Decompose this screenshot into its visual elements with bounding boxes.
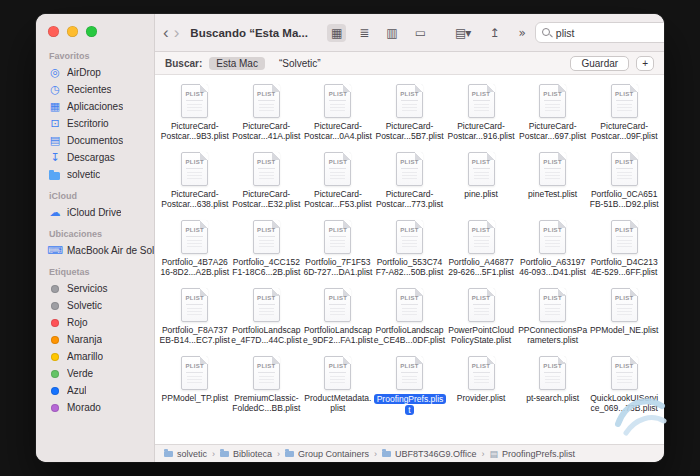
path-separator: › [481, 449, 484, 459]
scope-this-mac[interactable]: Esta Mac [209, 57, 265, 70]
file-item[interactable]: PLIST PictureCard-Postcar...41A.plist [231, 82, 303, 150]
doc-preview-lines [402, 376, 417, 385]
file-item[interactable]: PLIST PortfolioLandscape_9DF2...FA1.plis… [302, 286, 374, 354]
sidebar-item-amarillo[interactable]: Amarillo [36, 348, 154, 365]
file-item[interactable]: PLIST Portfolio_D4C2134E-529...6FF.plist [588, 218, 660, 286]
file-item[interactable]: PLIST Portfolio_7F1F536D-727...DA1.plist [302, 218, 374, 286]
doc-preview-lines [187, 240, 202, 249]
sidebar-item-solvetic[interactable]: solvetic [36, 166, 154, 183]
columns-view-icon[interactable] [382, 24, 401, 42]
sidebar-item-recientes[interactable]: Recientes [36, 81, 154, 98]
sidebar-item-verde[interactable]: Verde [36, 365, 154, 382]
sidebar-item-macbook-air-de-sol[interactable]: MacBook Air de Sol... [36, 242, 154, 259]
sidebar-item-azul[interactable]: Azul [36, 382, 154, 399]
toolbar-actions [451, 24, 530, 42]
file-item[interactable]: PLIST Portfolio_A4687729-626...5F1.plist [445, 218, 517, 286]
file-item[interactable]: PLIST PictureCard-Postcar...9B3.plist [159, 82, 231, 150]
file-item[interactable]: PLIST PortfolioLandscape_4F7D...44C.plis… [231, 286, 303, 354]
doc-divider [544, 236, 561, 237]
doc-divider [329, 100, 346, 101]
gallery-view-icon[interactable] [411, 24, 430, 42]
file-item[interactable]: PLIST PPConnectionsParameters.plist [517, 286, 589, 354]
sidebar-item-rojo[interactable]: Rojo [36, 314, 154, 331]
file-item[interactable]: PLIST PictureCard-Postcar...916.plist [445, 82, 517, 150]
file-item[interactable]: PLIST Portfolio_553C74F7-A82...50B.plist [374, 218, 446, 286]
path-item[interactable]: ProofingPrefs.plist [489, 449, 575, 459]
list-view-icon[interactable] [355, 24, 373, 42]
zoom-button[interactable] [86, 26, 97, 37]
sidebar-item-solvetic[interactable]: Solvetic [36, 297, 154, 314]
sidebar-item-icloud-drive[interactable]: iCloud Drive [36, 204, 154, 221]
file-type-badge: PLIST [469, 295, 494, 301]
file-item[interactable]: PLIST pt-search.plist [517, 354, 589, 422]
plist-file-icon: PLIST [539, 356, 566, 390]
file-item[interactable]: PLIST Portfolio_F8A737EB-B14...EC7.plist [159, 286, 231, 354]
minimize-button[interactable] [67, 26, 78, 37]
save-button[interactable]: Guardar [570, 56, 629, 71]
window-controls [36, 26, 154, 37]
add-scope-button[interactable]: + [636, 56, 654, 71]
doc-divider [186, 304, 203, 305]
doc-preview-lines [330, 376, 345, 385]
back-button[interactable]: ‹ [163, 24, 169, 41]
sidebar-item-morado[interactable]: Morado [36, 399, 154, 416]
file-item[interactable]: PLIST Portfolio_4B7A2616-8D2...A2B.plist [159, 218, 231, 286]
file-item[interactable]: PLIST Provider.plist [445, 354, 517, 422]
file-item[interactable]: PLIST PPModel_TP.plist [159, 354, 231, 422]
view-mode-buttons [327, 24, 430, 42]
search-input[interactable]: plist [556, 27, 662, 39]
plist-file-icon: PLIST [324, 356, 351, 390]
forward-button[interactable]: › [174, 24, 180, 41]
file-item[interactable]: PLIST PictureCard-Postcar...E32.plist [231, 150, 303, 218]
grid-view-icon[interactable] [327, 24, 346, 42]
sidebar-item-documentos[interactable]: Documentos [36, 132, 154, 149]
doc-divider [473, 168, 490, 169]
file-item[interactable]: PLIST PowerPointCloudPolicyState.plist [445, 286, 517, 354]
sidebar-item-label: iCloud Drive [67, 207, 121, 218]
sidebar-item-naranja[interactable]: Naranja [36, 331, 154, 348]
file-item[interactable]: PLIST Portfolio_0CA651FB-51B...D92.plist [588, 150, 660, 218]
file-item[interactable]: PLIST PictureCard-Postcar...F53.plist [302, 150, 374, 218]
plist-file-icon: PLIST [324, 288, 351, 322]
sidebar-item-descargas[interactable]: Descargas [36, 149, 154, 166]
path-item[interactable]: Group Containers [285, 449, 369, 459]
file-item[interactable]: PLIST PictureCard-Postcar...773.plist [374, 150, 446, 218]
file-item[interactable]: PLIST PPModel_NE.plist [588, 286, 660, 354]
file-item[interactable]: PLIST pineTest.plist [517, 150, 589, 218]
file-item[interactable]: PLIST PictureCard-Postcar...09F.plist [588, 82, 660, 150]
file-type-badge: PLIST [540, 91, 565, 97]
path-item[interactable]: UBF8T346G9.Office [382, 449, 476, 459]
sidebar-item-aplicaciones[interactable]: Aplicaciones [36, 98, 154, 115]
share-icon[interactable] [485, 24, 503, 42]
doc-divider [258, 168, 275, 169]
file-item[interactable]: PLIST Portfolio_4CC152F1-18C6...2B.plist [231, 218, 303, 286]
plist-file-icon: PLIST [324, 84, 351, 118]
close-button[interactable] [48, 26, 59, 37]
path-item-label: Group Containers [298, 449, 369, 459]
tag-icon [51, 387, 59, 395]
overflow-chevron-icon[interactable] [514, 24, 529, 42]
file-item[interactable]: PLIST PictureCard-Postcar...0A4.plist [302, 82, 374, 150]
group-icon[interactable] [451, 24, 474, 42]
file-grid: PLIST PictureCard-Postcar...9B3.plist PL… [155, 75, 664, 444]
plist-file-icon: PLIST [181, 84, 208, 118]
path-item[interactable]: solvetic [164, 449, 207, 459]
file-item[interactable]: PLIST PictureCard-Postcar...5B7.plist [374, 82, 446, 150]
file-item[interactable]: PLIST pine.plist [445, 150, 517, 218]
sidebar-item-airdrop[interactable]: AirDrop [36, 64, 154, 81]
file-item[interactable]: PLIST ProofingPrefs.plist [374, 354, 446, 422]
file-item[interactable]: PLIST ProductMetadata.plist [302, 354, 374, 422]
file-item[interactable]: PLIST PictureCard-Postcar...638.plist [159, 150, 231, 218]
doc-divider [329, 236, 346, 237]
file-type-badge: PLIST [182, 227, 207, 233]
file-item[interactable]: PLIST PremiumClassic-FoldedC...BB.plist [231, 354, 303, 422]
file-item[interactable]: PLIST PortfolioLandscape_CE4B...0DF.plis… [374, 286, 446, 354]
file-item[interactable]: PLIST PictureCard-Postcar...697.plist [517, 82, 589, 150]
path-item[interactable]: Biblioteca [220, 449, 272, 459]
search-field[interactable]: plist [535, 22, 664, 43]
sidebar-item-escritorio[interactable]: Escritorio [36, 115, 154, 132]
file-name: PictureCard-Postcar...41A.plist [231, 121, 303, 141]
file-item[interactable]: PLIST Portfolio_A6319746-093...D41.plist [517, 218, 589, 286]
scope-solvetic[interactable]: “Solvetic” [272, 57, 328, 70]
sidebar-item-servicios[interactable]: Servicios [36, 280, 154, 297]
